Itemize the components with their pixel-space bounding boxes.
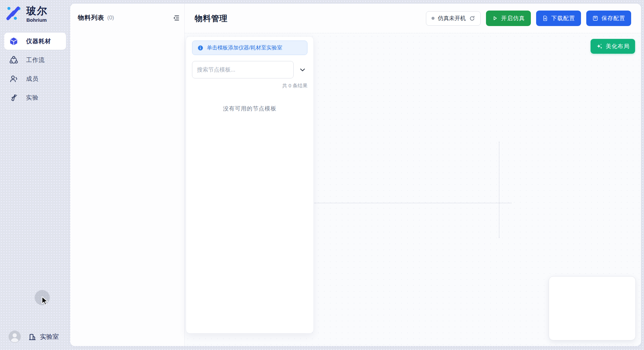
simulation-status[interactable]: 仿真未开机 (426, 11, 481, 26)
main-content: 物料列表 (0) 物料管理 仿真未开机 (70, 4, 641, 346)
avatar-person-icon (9, 331, 21, 343)
brand-logo: 玻尔 Bohrium (0, 5, 70, 23)
start-simulation-label: 开启仿真 (501, 15, 525, 22)
info-banner-text: 单击模板添加仪器/耗材至实验室 (207, 44, 282, 51)
results-count: 共 0 条结果 (192, 83, 307, 89)
flow-canvas[interactable]: 单击模板添加仪器/耗材至实验室 共 0 条结果 没有可用的节点模板 (185, 33, 641, 346)
info-icon (197, 45, 204, 51)
start-simulation-button[interactable]: 开启仿真 (486, 11, 531, 26)
save-config-label: 保存配置 (601, 15, 625, 22)
sidebar-footer: 实验室 (0, 331, 70, 343)
bohrium-logo-icon (6, 5, 21, 20)
sidebar-item-label: 工作流 (26, 56, 45, 64)
minimap[interactable] (549, 276, 636, 340)
members-icon (9, 74, 18, 83)
sidebar: 玻尔 Bohrium 仪器耗材 工作流 (0, 0, 70, 350)
brand-title: 玻尔 (26, 5, 48, 16)
material-list-title: 物料列表 (78, 14, 104, 22)
sidebar-item-members[interactable]: 成员 (4, 70, 66, 87)
collapse-panel-icon[interactable] (172, 14, 180, 22)
building-icon (28, 333, 37, 341)
user-avatar[interactable] (9, 331, 21, 343)
play-icon (492, 15, 498, 21)
brand-text: 玻尔 Bohrium (26, 5, 48, 23)
material-list-count: (0) (107, 15, 114, 21)
empty-state-text: 没有可用的节点模板 (192, 105, 307, 112)
brand-subtitle: Bohrium (26, 17, 48, 23)
page-title: 物料管理 (195, 13, 228, 24)
sidebar-item-workflow[interactable]: 工作流 (4, 51, 66, 69)
workflow-icon (9, 56, 18, 65)
search-row (192, 61, 307, 78)
app-root: 玻尔 Bohrium 仪器耗材 工作流 (0, 0, 644, 350)
download-config-button[interactable]: 下载配置 (536, 11, 581, 26)
lab-label: 实验室 (40, 333, 59, 341)
chevron-down-icon[interactable] (299, 66, 306, 73)
simulation-status-label: 仿真未开机 (438, 15, 466, 22)
helper-line-vertical (499, 142, 499, 238)
lab-switcher[interactable]: 实验室 (28, 333, 59, 341)
helper-line-horizontal (314, 203, 511, 203)
beautify-layout-label: 美化布局 (606, 43, 629, 50)
refresh-icon[interactable] (469, 15, 475, 21)
save-config-button[interactable]: 保存配置 (586, 11, 631, 26)
sidebar-item-label: 成员 (26, 75, 39, 83)
download-config-label: 下载配置 (551, 15, 575, 22)
sparkles-icon (596, 43, 603, 50)
sidebar-item-experiment[interactable]: 实验 (4, 89, 66, 106)
sidebar-item-label: 仪器耗材 (26, 37, 51, 45)
file-download-icon (542, 15, 548, 21)
workspace-column: 物料管理 仿真未开机 开启仿真 (185, 4, 641, 346)
experiment-icon (9, 93, 18, 102)
cube-icon (9, 37, 18, 46)
status-dot-icon (432, 17, 435, 20)
beautify-layout-button[interactable]: 美化布局 (591, 39, 635, 54)
material-list-header: 物料列表 (0) (70, 4, 184, 22)
topbar-actions: 仿真未开机 开启仿真 (426, 11, 631, 26)
search-input[interactable] (192, 61, 294, 78)
topbar: 物料管理 仿真未开机 开启仿真 (185, 4, 641, 33)
material-list-panel: 物料列表 (0) (70, 4, 185, 346)
save-icon (592, 15, 598, 21)
info-banner: 单击模板添加仪器/耗材至实验室 (192, 41, 307, 55)
node-template-panel: 单击模板添加仪器/耗材至实验室 共 0 条结果 没有可用的节点模板 (186, 36, 314, 334)
sidebar-menu: 仪器耗材 工作流 成员 (0, 33, 70, 106)
sidebar-item-instruments[interactable]: 仪器耗材 (4, 33, 66, 50)
sidebar-item-label: 实验 (26, 94, 39, 102)
